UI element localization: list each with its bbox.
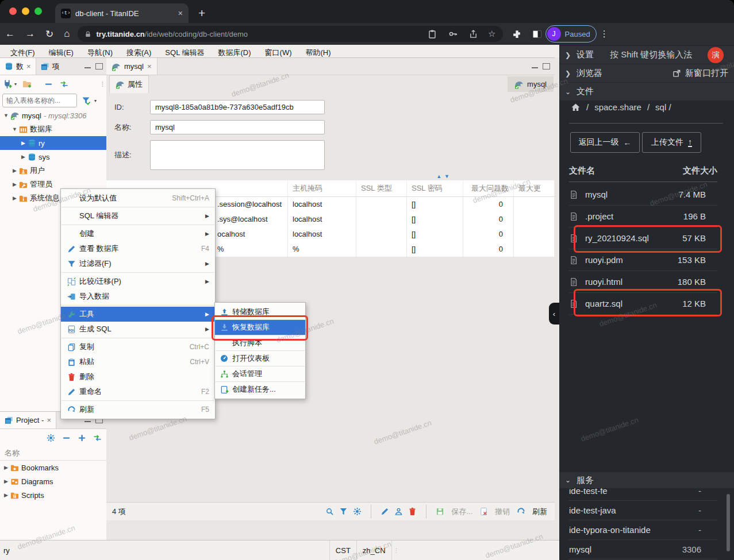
grid-cell[interactable]: [] xyxy=(407,197,463,212)
grid-cell[interactable] xyxy=(514,227,555,242)
refresh-icon[interactable] xyxy=(517,507,525,516)
tree-item-ry[interactable]: ▶ry xyxy=(0,136,106,150)
grid-cell[interactable]: 0 xyxy=(463,227,514,242)
menu-item-生成 SQL[interactable]: SQL生成 SQL▶ xyxy=(61,322,215,337)
add-user-icon[interactable] xyxy=(394,507,403,516)
collapse-all-icon[interactable] xyxy=(44,80,53,88)
refresh-button[interactable]: 刷新 xyxy=(532,507,547,517)
home-icon[interactable]: ⌂ xyxy=(64,28,70,40)
tree-item-用户[interactable]: ▶用户 xyxy=(0,164,106,177)
twisty-icon[interactable]: ▼ xyxy=(2,113,10,118)
service-row-ide-test-fe[interactable]: ide-test-fe- xyxy=(569,488,717,501)
grid-cell[interactable]: % xyxy=(288,242,356,257)
window-minimize-button[interactable] xyxy=(22,7,29,15)
delete-trash-icon[interactable] xyxy=(408,507,417,516)
back-icon[interactable]: ← xyxy=(5,28,15,40)
sidebar-section-files[interactable]: ⌄ 文件 xyxy=(559,83,734,101)
service-row-ide-test-java[interactable]: ide-test-java- xyxy=(569,501,717,520)
sidebar-section-services[interactable]: ⌄ 服务 xyxy=(559,472,734,488)
file-row-ry_20210924.sql[interactable]: ry_20210924.sql57 KB xyxy=(569,227,717,249)
service-row-ide-typora-on-titanide[interactable]: ide-typora-on-titanide- xyxy=(569,520,717,540)
menubar-item[interactable]: 编辑(E) xyxy=(42,48,80,58)
panel-maximize-icon[interactable] xyxy=(543,63,550,69)
grid-cell[interactable]: [] xyxy=(407,212,463,227)
breadcrumb-segment[interactable]: / xyxy=(586,102,589,112)
grid-header-3[interactable]: SSL 类型 xyxy=(356,180,407,196)
tab-properties[interactable]: 属性 xyxy=(109,75,149,93)
twisty-icon[interactable]: ▶ xyxy=(11,168,18,173)
name-field[interactable]: mysql xyxy=(150,120,325,134)
menu-item-粘贴[interactable]: 粘贴Ctrl+V xyxy=(61,354,215,369)
id-field[interactable]: mysql8-185a0a81b9e-737a630e5adf19cb xyxy=(150,100,325,114)
menu-item-重命名[interactable]: 重命名F2 xyxy=(61,384,215,399)
grid-cell[interactable]: 0 xyxy=(463,197,514,212)
new-folder-icon[interactable] xyxy=(22,79,32,88)
upload-file-button[interactable]: 上传文件↑ xyxy=(642,132,701,153)
service-row-mysql[interactable]: mysql3306 xyxy=(569,540,717,559)
tab-database-navigator[interactable]: 数 × xyxy=(0,58,36,75)
file-row-mysql[interactable]: mysql7.4 MB xyxy=(569,184,717,206)
settings-gear-icon[interactable] xyxy=(47,434,55,442)
tab-projects[interactable]: 项 xyxy=(36,58,64,75)
menubar-item[interactable]: 窗口(W) xyxy=(258,48,299,58)
grid-filter-icon[interactable] xyxy=(339,507,348,516)
panel-maximize-icon[interactable] xyxy=(95,63,103,69)
revert-button[interactable]: 撤销 xyxy=(495,507,510,517)
clipboard-icon[interactable] xyxy=(428,29,437,38)
menubar-item[interactable]: 数据库(D) xyxy=(212,48,258,58)
revert-icon[interactable] xyxy=(479,507,488,516)
menubar-item[interactable]: 帮助(H) xyxy=(298,48,337,58)
breadcrumb-segment[interactable]: sql / xyxy=(655,102,671,112)
grid-settings-gear-icon[interactable] xyxy=(353,507,362,516)
filter-dropdown-icon[interactable]: ▾ xyxy=(94,98,97,103)
file-row-ruoyi.html[interactable]: ruoyi.html180 KB xyxy=(569,271,717,293)
file-row-.project[interactable]: .project196 B xyxy=(569,206,717,227)
project-item-Scripts[interactable]: ▶Scripts xyxy=(0,488,106,502)
editor-tab-mysql[interactable]: mysql × xyxy=(106,58,157,75)
tab-close-icon[interactable]: × xyxy=(47,416,51,424)
twisty-icon[interactable]: ▶ xyxy=(2,478,10,484)
save-button[interactable]: 保存... xyxy=(451,507,472,517)
grid-cell[interactable] xyxy=(356,242,407,257)
new-tab-button[interactable]: + xyxy=(198,6,205,20)
menu-item-比较/迁移(P)[interactable]: 比较/迁移(P)▶ xyxy=(61,274,215,289)
tab-close-icon[interactable]: × xyxy=(178,9,183,18)
twisty-icon[interactable]: ▶ xyxy=(2,492,10,498)
save-icon[interactable] xyxy=(436,507,444,516)
grid-cell[interactable] xyxy=(356,197,407,212)
menu-item-刷新[interactable]: 刷新F5 xyxy=(61,402,215,417)
submenu-item-执行脚本[interactable]: 执行脚本 xyxy=(215,335,305,350)
browser-menu-icon[interactable]: ⋮ xyxy=(600,29,609,39)
project-item-Bookmarks[interactable]: ▶Bookmarks xyxy=(0,461,106,474)
menubar-item[interactable]: 文件(F) xyxy=(3,48,42,58)
menu-item-删除[interactable]: 删除 xyxy=(61,369,215,384)
twisty-icon[interactable]: ▶ xyxy=(20,154,27,160)
side-panel-icon[interactable] xyxy=(532,29,542,39)
file-row-quartz.sql[interactable]: quartz.sql12 KB xyxy=(569,293,717,315)
grid-cell[interactable]: [] xyxy=(407,242,463,257)
description-field[interactable] xyxy=(150,140,325,170)
grid-header-2[interactable]: 主机掩码 xyxy=(288,180,356,196)
dropdown-icon[interactable]: ▾ xyxy=(14,82,17,87)
submenu-item-会话管理[interactable]: 会话管理 xyxy=(215,366,305,381)
overflow-dots-icon[interactable]: ⁞ xyxy=(101,80,102,88)
grid-cell[interactable] xyxy=(514,212,555,227)
grid-cell[interactable]: 0 xyxy=(463,212,514,227)
collapse-all-icon[interactable] xyxy=(62,434,71,442)
password-key-icon[interactable] xyxy=(448,29,458,38)
menu-item-设为默认值[interactable]: 设为默认值Shift+Ctrl+A xyxy=(61,191,215,206)
sidebar-collapse-flap[interactable]: ‹ xyxy=(549,303,559,325)
open-new-window-button[interactable]: 新窗口打开 xyxy=(672,68,728,79)
browser-tab[interactable]: ‹t› db-client - TitanIDE × xyxy=(55,3,189,23)
tree-item-数据库[interactable]: ▼数据库 xyxy=(0,122,106,136)
panel-minimize-icon[interactable] xyxy=(84,420,91,422)
submenu-item-创建新任务...[interactable]: 创建新任务... xyxy=(215,382,305,397)
menu-item-复制[interactable]: 复制Ctrl+C xyxy=(61,339,215,354)
locale-cell[interactable]: zh_CN xyxy=(356,540,392,560)
menu-item-SQL 编辑器[interactable]: SQL 编辑器▶ xyxy=(61,208,215,223)
submenu-item-转储数据库[interactable]: 转储数据库 xyxy=(215,304,305,319)
submenu-item-恢复数据库[interactable]: 恢复数据库 xyxy=(215,320,305,335)
tree-item-sys[interactable]: ▶sys xyxy=(0,150,106,164)
grid-cell[interactable]: [] xyxy=(407,227,463,242)
profile-button[interactable]: J Paused xyxy=(545,25,597,43)
